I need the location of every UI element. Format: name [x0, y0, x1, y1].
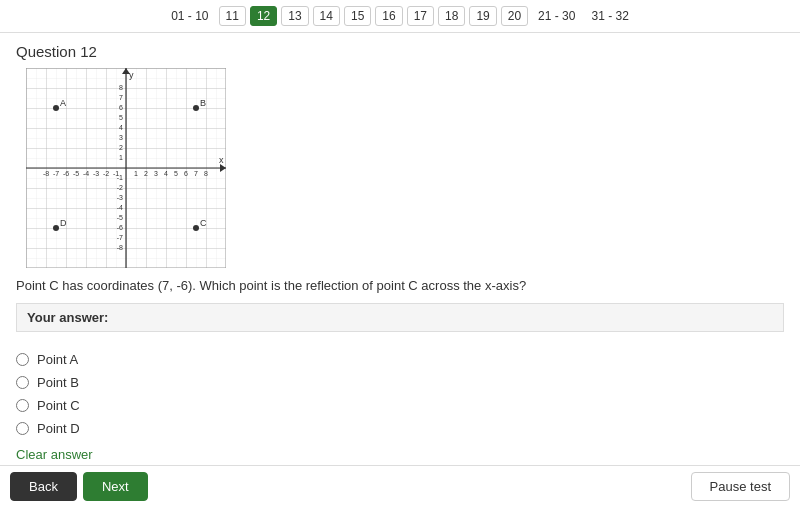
svg-text:-2: -2	[103, 170, 109, 177]
nav-buttons: Back Next	[10, 472, 148, 501]
svg-text:5: 5	[119, 114, 123, 121]
svg-point-47	[53, 225, 59, 231]
svg-text:2: 2	[119, 144, 123, 151]
svg-text:-7: -7	[53, 170, 59, 177]
clear-answer-link[interactable]: Clear answer	[16, 447, 93, 462]
option-row-c: Point C	[16, 394, 784, 417]
options-list: Point A Point B Point C Point D	[16, 342, 784, 446]
option-label-b[interactable]: Point B	[37, 375, 79, 390]
option-row-a: Point A	[16, 348, 784, 371]
nav-range-3[interactable]: 31 - 32	[585, 7, 634, 25]
question-text: Point C has coordinates (7, -6). Which p…	[16, 278, 784, 293]
svg-text:3: 3	[154, 170, 158, 177]
bottom-bar: Back Next Pause test	[0, 465, 800, 507]
svg-text:6: 6	[184, 170, 188, 177]
nav-18[interactable]: 18	[438, 6, 465, 26]
svg-text:C: C	[200, 218, 207, 228]
option-row-b: Point B	[16, 371, 784, 394]
svg-text:2: 2	[144, 170, 148, 177]
svg-text:-8: -8	[43, 170, 49, 177]
svg-text:6: 6	[119, 104, 123, 111]
svg-text:-4: -4	[83, 170, 89, 177]
svg-text:4: 4	[119, 124, 123, 131]
radio-option-a[interactable]	[16, 353, 29, 366]
question-nav: 01 - 10 11 12 13 14 15 16 17 18 19 20 21…	[0, 0, 800, 33]
nav-17[interactable]: 17	[407, 6, 434, 26]
svg-text:-4: -4	[117, 204, 123, 211]
nav-15[interactable]: 15	[344, 6, 371, 26]
svg-text:D: D	[60, 218, 67, 228]
svg-text:1: 1	[134, 170, 138, 177]
nav-20[interactable]: 20	[501, 6, 528, 26]
svg-text:-6: -6	[117, 224, 123, 231]
graph-svg: x y -8 -7 -6 -5 -4 -3 -2 -1 1 2 3 4	[26, 68, 226, 268]
svg-text:-3: -3	[117, 194, 123, 201]
svg-text:-1: -1	[117, 174, 123, 181]
svg-text:x: x	[219, 155, 224, 165]
svg-text:-6: -6	[63, 170, 69, 177]
svg-text:3: 3	[119, 134, 123, 141]
svg-text:-2: -2	[117, 184, 123, 191]
graph-wrapper: x y -8 -7 -6 -5 -4 -3 -2 -1 1 2 3 4	[16, 68, 784, 268]
svg-text:1: 1	[119, 154, 123, 161]
svg-point-43	[193, 105, 199, 111]
option-label-c[interactable]: Point C	[37, 398, 80, 413]
svg-text:8: 8	[204, 170, 208, 177]
svg-text:y: y	[129, 70, 134, 80]
nav-11[interactable]: 11	[219, 6, 246, 26]
svg-text:-7: -7	[117, 234, 123, 241]
svg-text:A: A	[60, 98, 66, 108]
svg-text:-8: -8	[117, 244, 123, 251]
question-title: Question 12	[16, 43, 784, 60]
svg-text:7: 7	[119, 94, 123, 101]
svg-text:5: 5	[174, 170, 178, 177]
nav-12[interactable]: 12	[250, 6, 277, 26]
option-row-d: Point D	[16, 417, 784, 440]
svg-text:-3: -3	[93, 170, 99, 177]
svg-point-45	[193, 225, 199, 231]
pause-test-button[interactable]: Pause test	[691, 472, 790, 501]
nav-14[interactable]: 14	[313, 6, 340, 26]
nav-range-2[interactable]: 21 - 30	[532, 7, 581, 25]
svg-text:B: B	[200, 98, 206, 108]
next-button[interactable]: Next	[83, 472, 148, 501]
radio-option-d[interactable]	[16, 422, 29, 435]
option-label-d[interactable]: Point D	[37, 421, 80, 436]
svg-text:7: 7	[194, 170, 198, 177]
svg-text:-5: -5	[117, 214, 123, 221]
nav-13[interactable]: 13	[281, 6, 308, 26]
main-content: Question 12	[0, 33, 800, 482]
radio-option-b[interactable]	[16, 376, 29, 389]
svg-text:4: 4	[164, 170, 168, 177]
option-label-a[interactable]: Point A	[37, 352, 78, 367]
nav-19[interactable]: 19	[469, 6, 496, 26]
back-button[interactable]: Back	[10, 472, 77, 501]
answer-section-header: Your answer:	[16, 303, 784, 332]
nav-range-1[interactable]: 01 - 10	[165, 7, 214, 25]
nav-16[interactable]: 16	[375, 6, 402, 26]
svg-text:8: 8	[119, 84, 123, 91]
svg-point-41	[53, 105, 59, 111]
radio-option-c[interactable]	[16, 399, 29, 412]
coordinate-graph: x y -8 -7 -6 -5 -4 -3 -2 -1 1 2 3 4	[26, 68, 226, 268]
svg-text:-5: -5	[73, 170, 79, 177]
